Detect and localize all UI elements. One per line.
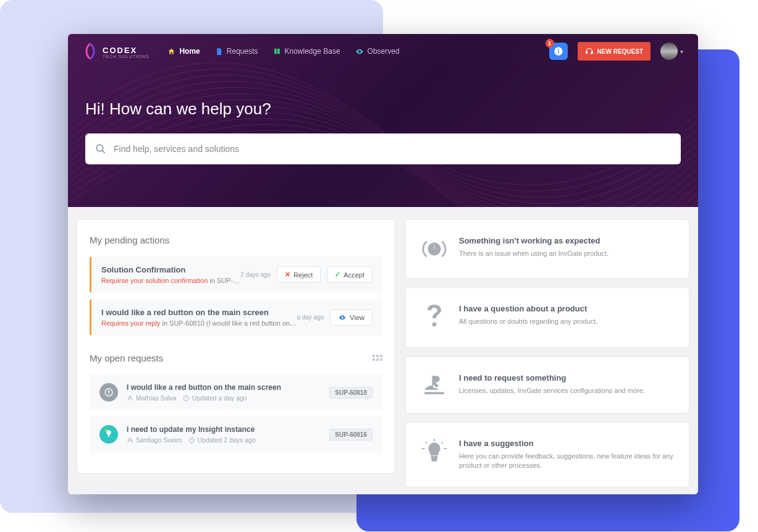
file-icon bbox=[215, 48, 223, 56]
svg-rect-11 bbox=[376, 358, 379, 361]
nav-requests[interactable]: Requests bbox=[215, 47, 258, 56]
svg-point-5 bbox=[96, 145, 103, 151]
nav-kb-label: Knowledge Base bbox=[285, 47, 340, 56]
open-request-1[interactable]: I need to update my Insight instance San… bbox=[90, 416, 382, 452]
svg-rect-22 bbox=[433, 245, 436, 250]
action-subtitle: Requirse your solution confirmation in S… bbox=[101, 277, 240, 284]
request-id: SUP-60816 bbox=[329, 429, 373, 441]
right-column: Something isn't working as expected Ther… bbox=[405, 219, 689, 488]
avatar bbox=[660, 43, 678, 60]
action-time: 2 days ago bbox=[240, 271, 271, 278]
x-icon: ✕ bbox=[285, 271, 290, 279]
nav-kb[interactable]: Knowledge Base bbox=[273, 47, 340, 56]
clock-icon bbox=[183, 395, 190, 402]
app-window: CODEX TECH SOLUTIONS Home Requests Knowl… bbox=[68, 34, 698, 494]
notification-badge: 1 bbox=[545, 39, 554, 48]
request-meta: Santiago Sueiro Updated 2 days ago bbox=[127, 436, 321, 444]
info-icon bbox=[554, 46, 563, 56]
search-icon bbox=[95, 143, 106, 154]
category-suggestion[interactable]: I have a suggestion Here you can provide… bbox=[405, 422, 689, 488]
svg-rect-4 bbox=[591, 51, 592, 54]
request-title: I need to update my Insight instance bbox=[127, 425, 321, 434]
hand-icon bbox=[421, 373, 448, 397]
reject-label: Reject bbox=[293, 271, 313, 279]
nav-requests-label: Requests bbox=[227, 47, 258, 56]
new-request-button[interactable]: NEW REQUEST bbox=[578, 42, 651, 61]
bulb-icon bbox=[421, 439, 448, 465]
request-icon bbox=[99, 425, 118, 444]
user-menu[interactable]: ▾ bbox=[660, 43, 683, 60]
open-request-0[interactable]: ? I would like a red button on the main … bbox=[90, 374, 382, 410]
check-icon: ✓ bbox=[335, 271, 340, 279]
accept-label: Accept bbox=[343, 271, 364, 279]
svg-point-15 bbox=[129, 395, 132, 398]
topbar: CODEX TECH SOLUTIONS Home Requests Knowl… bbox=[68, 34, 698, 69]
nav-home[interactable]: Home bbox=[167, 47, 200, 56]
action-title: I would like a red button on the main sc… bbox=[101, 308, 297, 317]
svg-rect-1 bbox=[558, 51, 558, 54]
home-icon bbox=[167, 48, 175, 56]
category-desc: There is an issue when using an InvGate … bbox=[459, 249, 609, 258]
topbar-right: 1 NEW REQUEST ▾ bbox=[549, 42, 683, 61]
svg-point-18 bbox=[104, 429, 107, 432]
svg-text:?: ? bbox=[107, 389, 110, 395]
main-nav: Home Requests Knowledge Base Observed bbox=[167, 47, 399, 56]
new-request-label: NEW REQUEST bbox=[597, 48, 643, 55]
svg-rect-3 bbox=[586, 51, 587, 54]
category-question[interactable]: I have a question about a product All qu… bbox=[405, 287, 689, 348]
request-icon: ? bbox=[99, 383, 118, 402]
user-icon bbox=[127, 437, 133, 444]
open-requests-label: My open requests bbox=[90, 353, 163, 363]
headset-icon bbox=[585, 47, 594, 56]
logo-icon bbox=[83, 43, 98, 60]
brand-subtitle: TECH SOLUTIONS bbox=[103, 54, 149, 59]
svg-point-19 bbox=[129, 437, 132, 440]
svg-rect-17 bbox=[108, 436, 110, 437]
question-icon bbox=[421, 304, 448, 331]
request-meta: Mathias Salva Updated a day ago bbox=[127, 394, 321, 402]
grid-icon[interactable] bbox=[373, 355, 382, 362]
category-title: I have a suggestion bbox=[459, 439, 674, 448]
svg-rect-8 bbox=[376, 355, 379, 357]
hero-title: Hi! How can we help you? bbox=[85, 99, 681, 119]
chevron-down-icon: ▾ bbox=[680, 48, 683, 55]
category-title: Something isn't working as expected bbox=[459, 236, 609, 245]
my-actions-card: My pending actions Solution Confirmation… bbox=[77, 219, 395, 474]
category-title: I need to request something bbox=[459, 373, 645, 382]
svg-point-23 bbox=[433, 251, 436, 254]
search-bar[interactable] bbox=[85, 133, 681, 164]
accept-button[interactable]: ✓Accept bbox=[327, 266, 373, 283]
svg-rect-7 bbox=[373, 355, 375, 357]
category-title: I have a question about a product bbox=[459, 304, 597, 313]
notifications-button[interactable]: 1 bbox=[549, 43, 568, 60]
pending-action-1[interactable]: I would like a red button on the main sc… bbox=[90, 299, 382, 336]
reject-button[interactable]: ✕Reject bbox=[277, 266, 321, 283]
request-id: SUP-60810 bbox=[329, 387, 373, 399]
pending-action-0[interactable]: Solution Confirmation Requirse your solu… bbox=[90, 256, 382, 293]
action-time: a day ago bbox=[297, 314, 324, 321]
main-content: My pending actions Solution Confirmation… bbox=[68, 207, 698, 494]
brand-logo[interactable]: CODEX TECH SOLUTIONS bbox=[83, 43, 149, 60]
nav-home-label: Home bbox=[179, 47, 200, 56]
svg-rect-12 bbox=[380, 358, 382, 361]
eye-icon bbox=[355, 48, 364, 56]
svg-rect-9 bbox=[380, 355, 382, 357]
category-desc: Here you can provide feedback, suggestio… bbox=[459, 452, 674, 471]
category-desc: All questions or doubts regarding any pr… bbox=[459, 317, 597, 326]
view-button[interactable]: View bbox=[330, 310, 373, 326]
user-icon bbox=[127, 395, 133, 402]
category-desc: Licenses, updates, InvGate services conf… bbox=[459, 386, 645, 395]
action-title: Solution Confirmation bbox=[101, 265, 240, 274]
svg-line-6 bbox=[102, 150, 105, 153]
alert-icon bbox=[421, 236, 448, 262]
book-icon bbox=[273, 48, 281, 56]
nav-observed[interactable]: Observed bbox=[355, 47, 400, 56]
request-title: I would like a red button on the main sc… bbox=[127, 383, 321, 392]
search-input[interactable] bbox=[114, 144, 671, 154]
action-subtitle: Requires your reply in SUP-60810 (I woul… bbox=[101, 319, 297, 327]
brand-name: CODEX bbox=[103, 46, 137, 55]
category-not-working[interactable]: Something isn't working as expected Ther… bbox=[405, 219, 689, 279]
category-request[interactable]: I need to request something Licenses, up… bbox=[405, 357, 689, 413]
nav-observed-label: Observed bbox=[368, 47, 400, 56]
svg-point-2 bbox=[558, 49, 559, 50]
